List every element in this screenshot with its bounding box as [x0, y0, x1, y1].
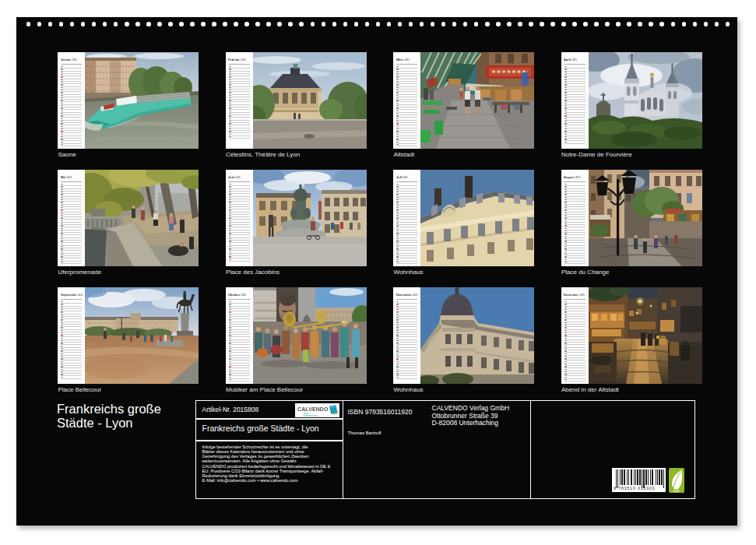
svg-text:eco: eco — [673, 489, 679, 493]
